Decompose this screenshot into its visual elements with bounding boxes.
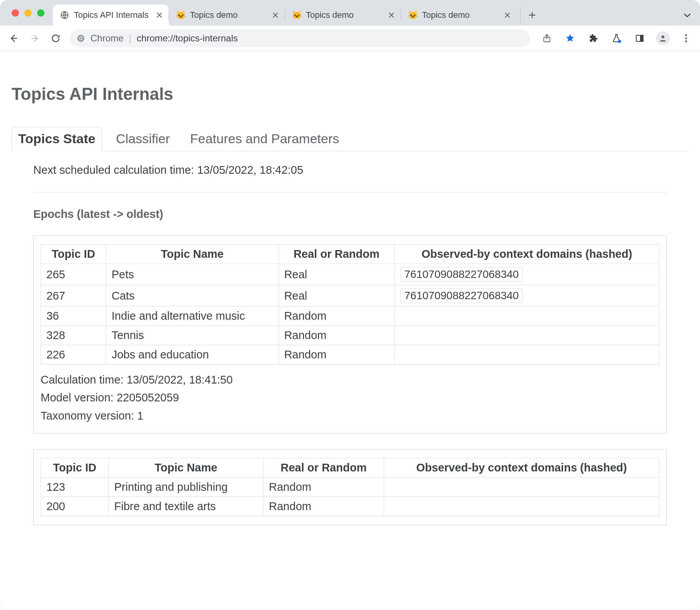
page-title: Topics API Internals — [12, 84, 688, 104]
profile-avatar[interactable] — [656, 31, 670, 45]
browser-tab-2[interactable]: 🐱 Topics demo — [285, 5, 401, 26]
tab-features-parameters[interactable]: Features and Parameters — [184, 127, 345, 151]
epoch-table: Topic ID Topic Name Real or Random Obser… — [41, 244, 659, 365]
window-maximize-button[interactable] — [37, 9, 44, 17]
tab-close-button[interactable] — [387, 11, 396, 19]
labs-flask-icon[interactable] — [610, 31, 623, 45]
next-scheduled-label: Next scheduled calculation time: — [33, 164, 194, 176]
calc-time-value: 13/05/2022, 18:41:50 — [126, 374, 232, 386]
svg-point-3 — [80, 37, 82, 39]
cell-real: Random — [278, 326, 394, 345]
sidepanel-icon[interactable] — [633, 31, 647, 45]
col-observed: Observed-by context domains (hashed) — [384, 458, 659, 478]
taxonomy-version-label: Taxonomy version: — [41, 410, 134, 422]
cell-name: Cats — [106, 285, 278, 307]
extensions-icon[interactable] — [586, 31, 600, 45]
cell-observed — [384, 497, 659, 516]
tab-title: Topics demo — [422, 10, 499, 20]
browser-tab-3[interactable]: 🐱 Topics demo — [401, 5, 517, 26]
model-version-value: 2205052059 — [117, 391, 179, 404]
epoch-card: Topic ID Topic Name Real or Random Obser… — [33, 449, 667, 525]
table-row: 328 Tennis Random — [41, 326, 659, 345]
cell-real: Random — [278, 307, 394, 326]
page-tabs: Topics State Classifier Features and Par… — [12, 127, 688, 151]
calc-time-label: Calculation time: — [41, 374, 123, 386]
divider — [33, 192, 667, 192]
col-observed: Observed-by context domains (hashed) — [394, 245, 659, 264]
svg-rect-6 — [640, 35, 643, 41]
svg-point-9 — [685, 37, 687, 39]
share-icon[interactable] — [540, 31, 554, 45]
toolbar: Chrome | chrome://topics-internals — [0, 26, 700, 51]
chrome-logo-icon — [77, 34, 85, 43]
omnibox-brand: Chrome — [90, 33, 123, 44]
svg-point-8 — [685, 34, 687, 36]
omnibox-url: chrome://topics-internals — [137, 33, 238, 44]
cell-observed — [384, 478, 659, 497]
globe-icon — [60, 10, 69, 20]
col-topic-id: Topic ID — [41, 458, 109, 478]
epoch-meta: Calculation time: 13/05/2022, 18:41:50 M… — [41, 371, 659, 425]
table-row: 226 Jobs and education Random — [41, 345, 659, 365]
col-real-random: Real or Random — [263, 458, 384, 478]
bookmark-star-icon[interactable] — [563, 31, 577, 45]
cell-id: 226 — [41, 345, 106, 365]
cell-name: Pets — [106, 264, 278, 285]
cell-real: Real — [278, 264, 394, 285]
cell-name: Jobs and education — [106, 345, 278, 365]
cell-observed — [394, 307, 659, 326]
tab-close-button[interactable] — [155, 11, 164, 19]
next-scheduled-value: 13/05/2022, 18:42:05 — [197, 164, 303, 176]
table-row: 267 Cats Real 7610709088227068340 — [41, 285, 659, 307]
window-controls — [0, 0, 53, 26]
col-topic-name: Topic Name — [109, 458, 263, 478]
tabs-overflow-button[interactable] — [679, 7, 695, 23]
window-close-button[interactable] — [12, 9, 19, 17]
cell-id: 267 — [41, 285, 106, 307]
cell-real: Random — [263, 478, 384, 497]
cell-name: Tennis — [106, 326, 278, 345]
col-topic-id: Topic ID — [41, 245, 106, 264]
cat-icon: 🐱 — [292, 10, 301, 20]
tab-strip: Topics API Internals 🐱 Topics demo 🐱 Top… — [53, 0, 695, 26]
svg-point-7 — [661, 35, 664, 38]
tab-close-button[interactable] — [503, 11, 512, 19]
cell-name: Fibre and textile arts — [109, 497, 263, 516]
cell-id: 123 — [41, 478, 109, 497]
back-button[interactable] — [7, 31, 21, 45]
reload-button[interactable] — [49, 31, 63, 45]
table-header-row: Topic ID Topic Name Real or Random Obser… — [41, 458, 659, 478]
cell-name: Indie and alternative music — [106, 307, 278, 326]
tab-title: Topics demo — [190, 10, 266, 20]
epoch-card: Topic ID Topic Name Real or Random Obser… — [33, 235, 667, 434]
table-row: 200 Fibre and textile arts Random — [41, 497, 659, 516]
tab-classifier[interactable]: Classifier — [110, 127, 176, 151]
epoch-table: Topic ID Topic Name Real or Random Obser… — [41, 458, 659, 516]
svg-point-10 — [685, 40, 687, 42]
browser-tab-0[interactable]: Topics API Internals — [53, 5, 169, 26]
omnibox[interactable]: Chrome | chrome://topics-internals — [70, 29, 530, 47]
next-scheduled-line: Next scheduled calculation time: 13/05/2… — [33, 164, 667, 176]
cell-observed: 7610709088227068340 — [394, 285, 659, 307]
toolbar-actions — [540, 31, 693, 45]
cell-id: 36 — [41, 307, 106, 326]
cell-observed — [394, 326, 659, 345]
cell-real: Random — [263, 497, 384, 516]
tab-close-button[interactable] — [271, 11, 280, 19]
epochs-heading: Epochs (latest -> oldest) — [33, 208, 667, 221]
menu-dots-icon[interactable] — [679, 31, 693, 45]
col-topic-name: Topic Name — [106, 245, 278, 264]
cat-icon: 🐱 — [176, 10, 185, 20]
cell-name: Printing and publishing — [109, 478, 263, 497]
cell-observed: 7610709088227068340 — [394, 264, 659, 285]
browser-window: Topics API Internals 🐱 Topics demo 🐱 Top… — [0, 0, 700, 610]
forward-button[interactable] — [28, 31, 42, 45]
omnibox-divider: | — [129, 33, 131, 44]
tab-topics-state[interactable]: Topics State — [12, 127, 102, 151]
table-row: 265 Pets Real 7610709088227068340 — [41, 264, 659, 285]
new-tab-button[interactable] — [520, 7, 536, 23]
taxonomy-version-value: 1 — [137, 410, 143, 422]
hash-chip: 7610709088227068340 — [400, 267, 523, 282]
window-minimize-button[interactable] — [24, 9, 32, 17]
browser-tab-1[interactable]: 🐱 Topics demo — [169, 5, 285, 26]
